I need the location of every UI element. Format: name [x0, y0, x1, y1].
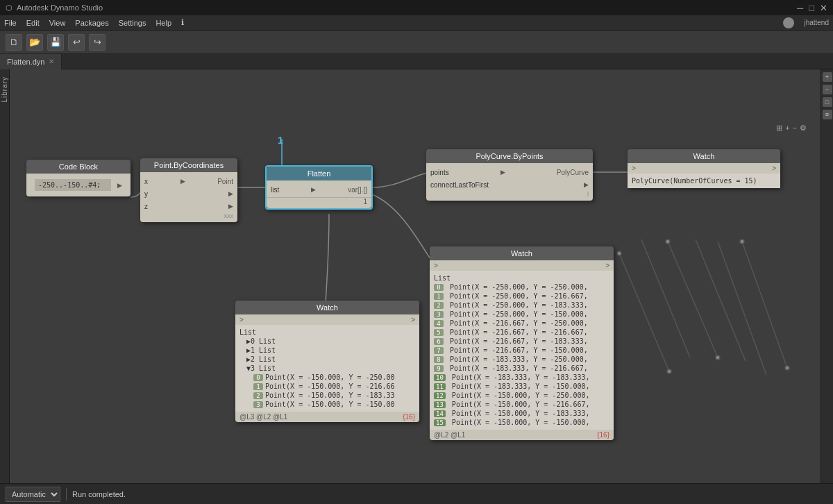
zoom-in-btn[interactable]: + [823, 72, 832, 82]
code-block-output-port: ▶ [117, 182, 122, 189]
toolbar: 🗋 📂 💾 ↩ ↪ [0, 31, 833, 54]
point-body: x ▶ Point y ▶ z ▶ xxx [140, 172, 237, 222]
watch-bl-content: List ▶0 List ▶1 List ▶2 List ▼3 List 0Po… [235, 325, 419, 412]
polycurve-footer: l [426, 191, 593, 198]
polycurve-node[interactable]: PolyCurve.ByPoints points ▶ PolyCurve co… [426, 149, 593, 201]
watch-topright-node[interactable]: Watch > > PolyCurve(NumberOfCurves = 15) [628, 149, 780, 188]
watch-bottomleft-node[interactable]: Watch > > List ▶0 List ▶1 List ▶2 List ▼… [235, 301, 419, 422]
polycurve-row-connect: connectLastToFirst ▶ [426, 178, 593, 191]
watch-bc-item-4: 4 Point(X = -216.667, Y = -250.000, [434, 319, 609, 328]
menu-edit[interactable]: Edit [26, 19, 40, 27]
library-sidebar[interactable]: Library [0, 69, 10, 483]
main-area: Library ⊞ + − ⚙ 1 [0, 69, 833, 483]
watch-bc-item-12: 12 Point(X = -150.000, Y = -250.000, [434, 391, 609, 400]
point-footer: xxx [140, 212, 237, 219]
number-label: 1 [278, 135, 283, 146]
watch-bc-footer: @L2 @L1 {16} [430, 430, 614, 440]
fit-btn[interactable]: □ [823, 97, 832, 107]
user-name: jhattend [804, 19, 829, 26]
save-button[interactable]: 💾 [47, 34, 64, 51]
minimize-button[interactable]: ─ [797, 3, 803, 13]
status-text: Run completed. [72, 490, 126, 498]
zoom-fit-icon[interactable]: ⊞ [776, 124, 782, 133]
watch-bc-item-9: 9 Point(X = -183.333, Y = -216.667, [434, 364, 609, 373]
redo-button[interactable]: ↪ [89, 34, 106, 51]
watch-bc-expand-left[interactable]: > [434, 262, 438, 269]
watch-bl-item-0: ▶0 List [239, 337, 415, 346]
tab-flatten[interactable]: Flatten.dyn ✕ [0, 54, 62, 69]
open-button[interactable]: 📂 [26, 34, 43, 51]
watch-bl-item-1: ▶1 List [239, 346, 415, 355]
svg-line-1 [619, 253, 669, 371]
flatten-node[interactable]: Flatten list ▶ var[].[] 1 [265, 165, 373, 210]
watch-tr-expand-right[interactable]: > [772, 165, 776, 172]
code-block-value[interactable]: -250..-150..#4; [35, 179, 111, 191]
watch-bc-count: {16} [597, 431, 609, 439]
menu-file[interactable]: File [4, 19, 17, 27]
canvas[interactable]: ⊞ + − ⚙ 1 [10, 69, 821, 483]
undo-button[interactable]: ↩ [68, 34, 85, 51]
menu-help[interactable]: Help [155, 19, 171, 27]
watch-bl-list-label: List [239, 328, 415, 337]
right-toolbar: + − □ ≡ [821, 69, 833, 483]
menu-view[interactable]: View [49, 19, 66, 27]
code-block-row: -250..-150..#4; ▶ [31, 178, 126, 192]
code-block-body: -250..-150..#4; ▶ [26, 174, 131, 196]
code-block-title: Code Block [26, 160, 131, 174]
polycurve-body: points ▶ PolyCurve connectLastToFirst ▶ … [426, 163, 593, 201]
zoom-out-btn[interactable]: − [823, 85, 832, 94]
point-input-y: y [144, 190, 148, 198]
svg-line-2 [641, 240, 690, 358]
point-by-coordinates-node[interactable]: Point.ByCoordinates x ▶ Point y ▶ z ▶ xx… [140, 158, 237, 222]
svg-line-5 [718, 242, 766, 375]
new-button[interactable]: 🗋 [6, 34, 22, 51]
menu-settings[interactable]: Settings [119, 19, 146, 27]
menu-info[interactable]: ℹ [181, 18, 184, 27]
watch-bc-footer-left: @L2 @L1 [434, 431, 465, 439]
watch-bc-item-2: 2 Point(X = -250.000, Y = -183.333, [434, 301, 609, 310]
tab-bar: Flatten.dyn ✕ [0, 54, 833, 69]
point-row-x: x ▶ Point [140, 175, 237, 187]
menu-packages[interactable]: Packages [75, 19, 108, 27]
close-button[interactable]: ✕ [820, 3, 827, 13]
app-title: Autodesk Dynamo Studio [17, 3, 103, 12]
watch-bl-expand-left[interactable]: > [239, 316, 244, 324]
watch-bc-content: List 0 Point(X = -250.000, Y = -250.000,… [430, 271, 614, 430]
watch-bl-toolbar: > > [235, 314, 419, 325]
svg-point-11 [740, 240, 744, 244]
tab-close-icon[interactable]: ✕ [49, 58, 54, 65]
flatten-input-label: list [271, 186, 279, 194]
point-input-z: z [144, 203, 148, 210]
status-bar: Automatic Manual Run completed. [0, 483, 833, 504]
watch-bl-item-3: ▼3 List [239, 364, 415, 373]
watch-bc-item-14: 14 Point(X = -150.000, Y = -183.333, [434, 409, 609, 418]
flatten-index: 1 [267, 197, 371, 205]
zoom-out-icon[interactable]: − [793, 124, 797, 133]
watch-bc-item-5: 5 Point(X = -216.667, Y = -216.667, [434, 328, 609, 337]
svg-point-12 [785, 366, 789, 370]
watch-bc-toolbar: > > [430, 260, 614, 271]
library-label: Library [1, 76, 8, 103]
watch-bottomcenter-node[interactable]: Watch > > List 0 Point(X = -250.000, Y =… [430, 246, 614, 440]
watch-bl-title: Watch [235, 301, 419, 314]
svg-point-8 [667, 369, 671, 373]
settings-icon[interactable]: ⚙ [800, 124, 807, 133]
watch-bl-footer-left: @L3 @L2 @L1 [239, 413, 287, 421]
watch-bl-expand-right[interactable]: > [411, 316, 415, 324]
run-mode-select[interactable]: Automatic Manual [6, 487, 60, 502]
watch-tr-toolbar: > > [628, 163, 780, 174]
watch-bc-item-6: 6 Point(X = -216.667, Y = -183.333, [434, 337, 609, 346]
watch-bc-expand-right[interactable]: > [605, 262, 609, 269]
flatten-output-label: var[].[] [348, 186, 367, 194]
maximize-button[interactable]: □ [809, 3, 814, 13]
watch-bl-item-3-1: 1Point(X = -150.000, Y = -216.66 [239, 382, 415, 391]
watch-tr-expand-left[interactable]: > [632, 165, 636, 172]
watch-tr-title: Watch [628, 149, 780, 163]
zoom-in-icon[interactable]: + [785, 124, 789, 133]
code-block-node[interactable]: Code Block -250..-150..#4; ▶ [26, 160, 131, 196]
polycurve-output-label: PolyCurve [557, 169, 589, 176]
watch-bl-item-3-3: 3Point(X = -150.000, Y = -150.00 [239, 400, 415, 409]
watch-bc-item-1: 1 Point(X = -250.000, Y = -216.667, [434, 292, 609, 301]
grid-btn[interactable]: ≡ [823, 110, 832, 119]
app-icon: ⬡ [6, 3, 12, 12]
